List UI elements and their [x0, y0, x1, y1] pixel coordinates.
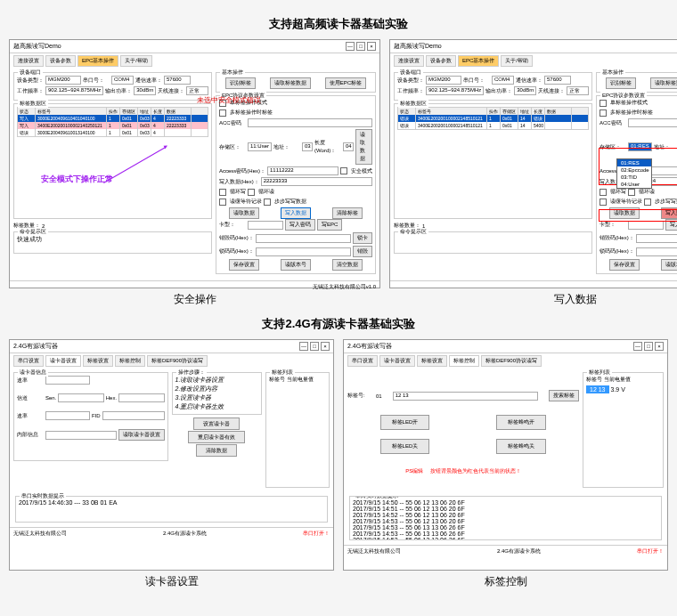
- tab-reader[interactable]: 读卡器设置: [45, 355, 81, 367]
- step-checkbox[interactable]: [264, 199, 271, 206]
- clearcfg-button[interactable]: 清空数据: [332, 259, 363, 271]
- baud-select[interactable]: 57600: [164, 76, 191, 85]
- lock-input[interactable]: [256, 247, 351, 256]
- table-row[interactable]: 写入 3400E200200100002140250121 1 0x01 0x0…: [18, 122, 208, 129]
- dropdown-item[interactable]: 02:Epccode: [617, 166, 651, 174]
- buzon-button[interactable]: 标签蜂鸣开: [496, 415, 546, 430]
- len-input[interactable]: 04: [343, 142, 354, 151]
- access-input[interactable]: 11112222: [267, 166, 338, 175]
- restart-button[interactable]: 重启读卡器有效: [188, 431, 245, 443]
- savecfg-button[interactable]: 保存设置: [609, 259, 640, 271]
- tab-ctrl[interactable]: 标签控制: [115, 355, 145, 367]
- table-row[interactable]: 错误 3400E200200100002148510121 1 0x01 14 …: [398, 115, 588, 122]
- tab-device[interactable]: 设备参数: [45, 55, 76, 67]
- tab-device[interactable]: 设备参数: [426, 55, 456, 67]
- tab-def900[interactable]: 标签DEF900协议读写: [147, 355, 208, 367]
- mem-dropdown[interactable]: 01:RES 02:Epccode 03:TID 04:User: [616, 158, 652, 189]
- step-checkbox[interactable]: [644, 199, 651, 206]
- loop-checkbox[interactable]: [219, 109, 226, 117]
- tag-item[interactable]: 12 13 3.9 V: [586, 385, 660, 393]
- mima-select[interactable]: [628, 221, 664, 230]
- searchtag-button[interactable]: 搜索标签: [549, 390, 579, 401]
- tab-about[interactable]: 关于/帮助: [120, 55, 152, 67]
- tab-connect[interactable]: 连接设置: [13, 55, 44, 67]
- maximize-icon[interactable]: □: [644, 342, 653, 351]
- bufsave-checkbox[interactable]: [219, 199, 226, 206]
- readdata-button[interactable]: 读取数据: [355, 129, 372, 165]
- minimize-icon[interactable]: —: [299, 342, 308, 351]
- writedata-input[interactable]: 22223333: [261, 177, 372, 186]
- readcfg-button[interactable]: 读版本号: [661, 259, 677, 271]
- dropdown-item[interactable]: 04:User: [617, 181, 651, 188]
- idcard-button[interactable]: 识别标签: [225, 77, 256, 89]
- tab-tag[interactable]: 标签设置: [83, 355, 113, 367]
- readtag-button[interactable]: 读取标签数据: [650, 77, 677, 89]
- table-row[interactable]: 错误 3400E200200100002148510121 1 0x01 14 …: [398, 122, 588, 129]
- lock-input[interactable]: [636, 247, 677, 256]
- speed-select[interactable]: [45, 411, 90, 420]
- internal-input[interactable]: [45, 431, 117, 440]
- rate-select[interactable]: [45, 376, 90, 385]
- loopread-checkbox[interactable]: [628, 189, 635, 196]
- loopwrite-checkbox[interactable]: [600, 189, 607, 196]
- baud-select[interactable]: 57600: [544, 76, 571, 85]
- readcfg-button[interactable]: 读取读卡器设置: [118, 429, 165, 441]
- tab-ctrl[interactable]: 标签控制: [449, 355, 479, 367]
- fid-input[interactable]: [102, 411, 165, 420]
- cleardata-button[interactable]: 清除数据: [196, 444, 237, 457]
- tab-reader[interactable]: 读卡器设置: [379, 355, 415, 367]
- table-row[interactable]: 错误 3000E200409610013140100 1 0x01 0x03 4: [18, 129, 208, 136]
- ledoff-button[interactable]: 标签LED关: [380, 439, 430, 454]
- mem-select[interactable]: 11:User: [248, 142, 272, 151]
- readtag-button[interactable]: 读取标签数据: [270, 77, 311, 89]
- setreader-button[interactable]: 设置读卡器: [193, 417, 240, 430]
- readdata2-button[interactable]: 读取数据: [229, 207, 259, 219]
- tab-tag[interactable]: 标签设置: [417, 355, 447, 367]
- maximize-icon[interactable]: □: [310, 342, 319, 351]
- tab-serial[interactable]: 串口设置: [347, 355, 378, 367]
- writedata-button[interactable]: 写入数据: [281, 207, 311, 219]
- device-model-select[interactable]: MGM200: [45, 76, 81, 85]
- acc-input[interactable]: [628, 118, 677, 127]
- tag-display[interactable]: 12 13: [393, 392, 538, 401]
- epc-button[interactable]: 写EPC: [317, 219, 342, 231]
- table-row[interactable]: 写入 3000E200409610401040100 1 0x01 0x03 4…: [18, 115, 208, 122]
- sen-input[interactable]: [58, 393, 103, 402]
- device-model-select[interactable]: MGM200: [426, 76, 461, 85]
- idcard-button[interactable]: 识别标签: [606, 77, 636, 89]
- minimize-icon[interactable]: —: [633, 342, 642, 351]
- tab-about[interactable]: 关于/帮助: [501, 55, 533, 67]
- serial-select[interactable]: COM4: [111, 76, 134, 85]
- loopread-checkbox[interactable]: [248, 189, 255, 196]
- kill-button[interactable]: 销毁: [353, 246, 372, 257]
- close-icon[interactable]: ×: [367, 42, 376, 51]
- cleartag-button[interactable]: 清除标签: [332, 207, 363, 219]
- kill-input[interactable]: [256, 234, 351, 243]
- maximize-icon[interactable]: □: [356, 42, 365, 51]
- kill-input[interactable]: [636, 234, 677, 243]
- tab-serial[interactable]: 串口设置: [13, 355, 44, 367]
- writeepc-button[interactable]: 写入密码: [285, 219, 315, 231]
- hex-input[interactable]: [118, 393, 164, 402]
- minimize-icon[interactable]: —: [346, 42, 355, 51]
- loop-checkbox[interactable]: [600, 109, 607, 117]
- serial-select[interactable]: COM4: [492, 76, 514, 85]
- close-icon[interactable]: ×: [655, 342, 664, 351]
- dropdown-item[interactable]: 01:RES: [617, 159, 651, 166]
- close-icon[interactable]: ×: [321, 342, 330, 351]
- usecard-button[interactable]: 使用EPC标签: [325, 77, 366, 89]
- bufsave-checkbox[interactable]: [600, 199, 607, 206]
- acc-input[interactable]: [248, 118, 372, 127]
- dropdown-item[interactable]: 03:TID: [617, 174, 651, 181]
- mima-select[interactable]: [248, 221, 283, 230]
- tab-connect[interactable]: 连接设置: [394, 55, 424, 67]
- ledon-button[interactable]: 标签LED开: [380, 415, 430, 430]
- security-checkbox[interactable]: [340, 167, 347, 174]
- buzoff-button[interactable]: 标签蜂鸣关: [496, 439, 546, 454]
- lock-button[interactable]: 锁卡: [353, 232, 372, 244]
- addr-input[interactable]: 03: [302, 142, 313, 151]
- tab-def900[interactable]: 标签DEF900协议读写: [481, 355, 542, 367]
- tab-epc[interactable]: EPC基本操作: [77, 55, 118, 67]
- readcfg-button[interactable]: 读版本号: [281, 259, 311, 271]
- single-checkbox[interactable]: [600, 100, 607, 107]
